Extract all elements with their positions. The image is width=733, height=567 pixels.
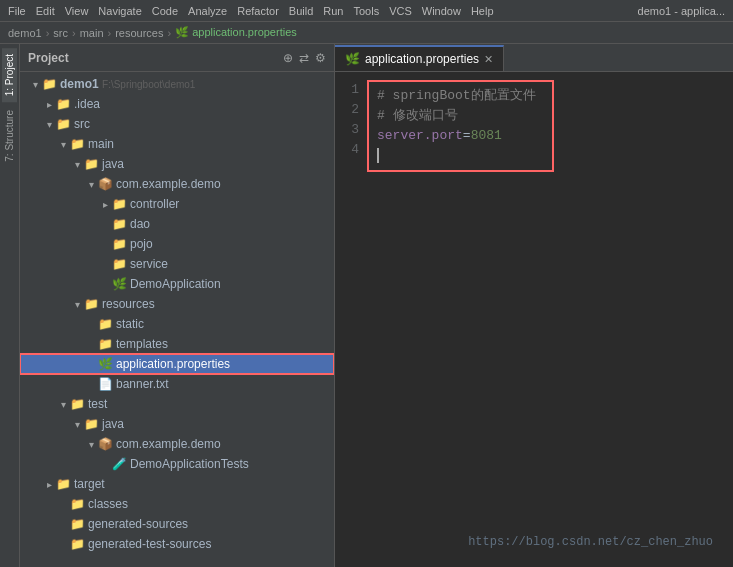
tree-label-test: test	[88, 397, 107, 411]
folder-icon-java: 📁	[84, 157, 99, 171]
tree-label-controller: controller	[130, 197, 179, 211]
breadcrumb-demo1[interactable]: demo1	[8, 27, 42, 39]
arrow-com-example-demo: ▾	[84, 179, 98, 190]
arrow-test-package: ▾	[84, 439, 98, 450]
breadcrumb: demo1 › src › main › resources › 🌿 appli…	[0, 22, 733, 44]
side-tabs: 1: Project 7: Structure	[0, 44, 20, 567]
tree-item-resources[interactable]: ▾ 📁 resources	[20, 294, 334, 314]
tree-item-test-package[interactable]: ▾ 📦 com.example.demo	[20, 434, 334, 454]
arrow-templates	[84, 339, 98, 350]
arrow-gen-test-sources	[56, 539, 70, 550]
arrow-src: ▾	[42, 119, 56, 130]
tree-item-java[interactable]: ▾ 📁 java	[20, 154, 334, 174]
arrow-service	[98, 259, 112, 270]
tree-item-src[interactable]: ▾ 📁 src	[20, 114, 334, 134]
tree-label-test-package: com.example.demo	[116, 437, 221, 451]
tree-item-gen-sources[interactable]: 📁 generated-sources	[20, 514, 334, 534]
folder-icon-service: 📁	[112, 257, 127, 271]
tree-item-idea[interactable]: ▸ 📁 .idea	[20, 94, 334, 114]
menu-code[interactable]: Code	[152, 5, 178, 17]
tree-item-templates[interactable]: 📁 templates	[20, 334, 334, 354]
menu-vcs[interactable]: VCS	[389, 5, 412, 17]
panel-icon-add[interactable]: ⊕	[283, 51, 293, 65]
tree-label-templates: templates	[116, 337, 168, 351]
menu-tools[interactable]: Tools	[353, 5, 379, 17]
menu-view[interactable]: View	[65, 5, 89, 17]
tree-item-controller[interactable]: ▸ 📁 controller	[20, 194, 334, 214]
tree-label-target: target	[74, 477, 105, 491]
arrow-dao	[98, 219, 112, 230]
tree-item-service[interactable]: 📁 service	[20, 254, 334, 274]
folder-icon-dao: 📁	[112, 217, 127, 231]
menu-edit[interactable]: Edit	[36, 5, 55, 17]
folder-icon-gen-sources: 📁	[70, 517, 85, 531]
menu-window[interactable]: Window	[422, 5, 461, 17]
title-bar: File Edit View Navigate Code Analyze Ref…	[0, 0, 733, 22]
app-title: demo1 - applica...	[638, 5, 725, 17]
folder-icon-gen-test-sources: 📁	[70, 537, 85, 551]
watermark: https://blog.csdn.net/cz_chen_zhuo	[468, 535, 713, 549]
tree-item-classes[interactable]: 📁 classes	[20, 494, 334, 514]
code-line-1: # springBoot的配置文件	[377, 86, 536, 106]
tree-item-demoapplication[interactable]: 🌿 DemoApplication	[20, 274, 334, 294]
breadcrumb-src[interactable]: src	[53, 27, 68, 39]
tree-label-demo1: demo1 F:\Springboot\demo1	[60, 77, 195, 91]
gear-icon[interactable]: ⚙	[315, 51, 326, 65]
code-line-3: server.port=8081	[377, 126, 536, 146]
tree-item-gen-test-sources[interactable]: 📁 generated-test-sources	[20, 534, 334, 554]
tree-label-src: src	[74, 117, 90, 131]
menu-analyze[interactable]: Analyze	[188, 5, 227, 17]
tree-label-idea: .idea	[74, 97, 100, 111]
menu-bar[interactable]: File Edit View Navigate Code Analyze Ref…	[8, 5, 638, 17]
panel-title: Project	[28, 51, 69, 65]
editor-content[interactable]: 1 2 3 4 # springBoot的配置文件 # 修改端口号 server…	[335, 72, 733, 567]
sidebar-tab-structure[interactable]: 7: Structure	[2, 104, 17, 168]
menu-help[interactable]: Help	[471, 5, 494, 17]
folder-icon-src: 📁	[56, 117, 71, 131]
arrow-static	[84, 319, 98, 330]
breadcrumb-sep-3: ›	[108, 27, 112, 39]
breadcrumb-leaf[interactable]: 🌿 application.properties	[175, 26, 297, 39]
tree-item-banner-txt[interactable]: 📄 banner.txt	[20, 374, 334, 394]
code-area[interactable]: # springBoot的配置文件 # 修改端口号 server.port=80…	[367, 80, 733, 559]
breadcrumb-main[interactable]: main	[80, 27, 104, 39]
menu-build[interactable]: Build	[289, 5, 313, 17]
tree-item-target[interactable]: ▸ 📁 target	[20, 474, 334, 494]
menu-navigate[interactable]: Navigate	[98, 5, 141, 17]
editor-tab-app-props[interactable]: 🌿 application.properties ✕	[335, 45, 504, 71]
line-num-3: 3	[335, 120, 359, 140]
arrow-demo-tests	[98, 459, 112, 470]
file-tree[interactable]: ▾ 📁 demo1 F:\Springboot\demo1 ▸ 📁 .idea …	[20, 72, 334, 567]
tree-item-application-properties[interactable]: 🌿 application.properties	[20, 354, 334, 374]
tab-close-btn[interactable]: ✕	[484, 53, 493, 66]
menu-run[interactable]: Run	[323, 5, 343, 17]
menu-file[interactable]: File	[8, 5, 26, 17]
panel-icon-sync[interactable]: ⇄	[299, 51, 309, 65]
tree-item-pojo[interactable]: 📁 pojo	[20, 234, 334, 254]
arrow-app-props	[84, 359, 98, 370]
tree-item-test-java[interactable]: ▾ 📁 java	[20, 414, 334, 434]
tree-item-test[interactable]: ▾ 📁 test	[20, 394, 334, 414]
tree-item-static[interactable]: 📁 static	[20, 314, 334, 334]
arrow-java: ▾	[70, 159, 84, 170]
sidebar-tab-project[interactable]: 1: Project	[2, 48, 17, 102]
tree-item-com-example-demo[interactable]: ▾ 📦 com.example.demo	[20, 174, 334, 194]
tree-item-main[interactable]: ▾ 📁 main	[20, 134, 334, 154]
line-num-1: 1	[335, 80, 359, 100]
folder-icon-demo1: 📁	[42, 77, 57, 91]
folder-icon-classes: 📁	[70, 497, 85, 511]
breadcrumb-sep-1: ›	[46, 27, 50, 39]
tree-item-dao[interactable]: 📁 dao	[20, 214, 334, 234]
breadcrumb-resources[interactable]: resources	[115, 27, 163, 39]
tab-label: application.properties	[365, 52, 479, 66]
folder-icon-resources: 📁	[84, 297, 99, 311]
tree-label-demo-tests: DemoApplicationTests	[130, 457, 249, 471]
project-panel: Project ⊕ ⇄ ⚙ ▾ 📁 demo1 F:\Springboot\de…	[20, 44, 335, 567]
tree-item-demo1[interactable]: ▾ 📁 demo1 F:\Springboot\demo1	[20, 74, 334, 94]
breadcrumb-sep-2: ›	[72, 27, 76, 39]
menu-refactor[interactable]: Refactor	[237, 5, 279, 17]
line-num-2: 2	[335, 100, 359, 120]
tree-label-gen-sources: generated-sources	[88, 517, 188, 531]
tree-label-service: service	[130, 257, 168, 271]
tree-item-demo-app-tests[interactable]: 🧪 DemoApplicationTests	[20, 454, 334, 474]
